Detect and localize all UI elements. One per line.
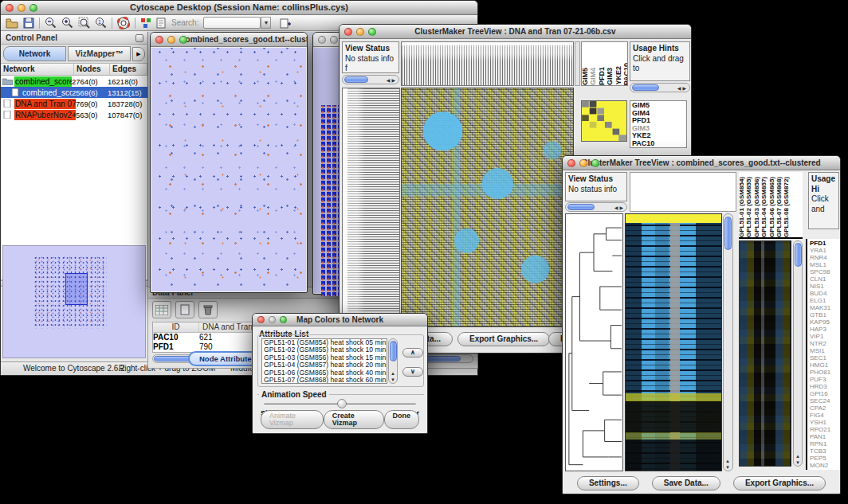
scroll-up-icon[interactable]: ▲ (391, 371, 395, 376)
col-header-network[interactable]: Network (1, 64, 74, 75)
scroll-up-icon[interactable]: ▲ (725, 459, 730, 463)
column-label[interactable]: GPL51-03 (GSM856) (754, 177, 760, 237)
overview-viewport-rect[interactable] (65, 273, 88, 305)
gene-label[interactable]: TCB3 (810, 447, 840, 455)
gene-label[interactable]: MON2 (810, 462, 840, 469)
minimize-button[interactable] (269, 316, 276, 323)
zoom-vscrollbar[interactable]: ▲ ▼ (793, 240, 803, 467)
gene-label[interactable]: KAP95 (810, 318, 840, 326)
zoom-out-icon[interactable] (45, 17, 57, 29)
scroll-arrows-icon[interactable]: ◀▶ (387, 77, 397, 83)
help-icon[interactable] (117, 17, 130, 29)
attribute-item[interactable]: GPL51-07 (GSM868) heat shock 60 min (262, 377, 387, 384)
window-controls[interactable] (344, 28, 376, 36)
col-header-id[interactable]: ID (153, 322, 199, 332)
delete-attribute-icon[interactable] (198, 301, 218, 318)
search-dropdown-arrow[interactable]: ▼ (261, 17, 271, 29)
window-controls[interactable] (257, 316, 287, 323)
minimize-button[interactable] (167, 36, 175, 44)
gene-label[interactable]: SEC24 (810, 397, 840, 404)
gene-label[interactable]: PFD1 (810, 240, 840, 247)
column-label[interactable]: YKE2 (615, 66, 622, 85)
close-button[interactable] (257, 316, 265, 323)
scroll-arrows-icon[interactable]: ◀▶ (677, 85, 688, 91)
treeview1-title-bar[interactable]: ClusterMaker TreeView : DNA and Tran 07-… (340, 25, 691, 39)
scroll-thumb[interactable] (795, 243, 802, 267)
col-header-nodes[interactable]: Nodes (74, 64, 110, 75)
gene-label[interactable]: GTB1 (810, 311, 840, 318)
attribute-select-icon[interactable] (152, 301, 171, 318)
column-label[interactable]: GPL51-04 (GSM857) (761, 177, 768, 237)
gene-label[interactable]: SPC98 (810, 268, 840, 275)
close-button[interactable] (6, 4, 14, 12)
zoom-selected-icon[interactable] (78, 17, 90, 29)
network1-canvas[interactable] (151, 48, 306, 291)
column-label[interactable]: GPL51-06 (GSM865) (769, 177, 775, 237)
scroll-up-icon[interactable]: ▲ (795, 454, 800, 459)
network-overview-panel[interactable] (2, 245, 146, 358)
gene-label[interactable]: HRD3 (810, 383, 840, 390)
search-input[interactable]: ▼ (203, 17, 261, 29)
minimize-button[interactable] (330, 36, 338, 44)
zoom-heatmap[interactable] (581, 100, 627, 142)
window-controls[interactable] (567, 159, 599, 167)
column-label[interactable]: GIM4 (590, 68, 597, 85)
zoom-button[interactable] (29, 4, 37, 12)
vizmapper-icon[interactable] (140, 18, 151, 29)
gene-label[interactable]: HMG1 (810, 361, 840, 369)
create-vizmap-button[interactable]: Create Vizmap (324, 410, 384, 429)
animate-vizmap-button[interactable]: Animate Vizmap (261, 410, 324, 429)
zoom-in-icon[interactable] (61, 17, 73, 29)
zoom-fit-icon[interactable]: 1 (95, 17, 107, 29)
tab-network[interactable]: Network (3, 46, 66, 61)
column-label[interactable]: PAC10 (623, 63, 628, 85)
new-attribute-icon[interactable] (175, 301, 194, 318)
annotation-icon[interactable] (156, 18, 167, 29)
scroll-thumb[interactable] (724, 217, 732, 250)
gene-label[interactable]: GPI16 (810, 390, 840, 397)
gene-label[interactable]: YSH1 (810, 419, 840, 426)
minimize-button[interactable] (18, 4, 26, 12)
gene-dendrogram[interactable] (565, 213, 623, 471)
tab-overflow-arrow[interactable]: ▶ (132, 47, 145, 61)
tab-vizmapper[interactable]: VizMapper™ (68, 46, 131, 61)
attribute-list-vscrollbar[interactable]: ▲ ▼ (388, 338, 398, 384)
network-row-dna-tran[interactable]: DNA and Tran 07 769(0) 183728(0) (1, 98, 147, 109)
zoom-button[interactable] (368, 28, 376, 36)
status-hscrollbar[interactable]: ◀▶ (342, 75, 399, 84)
close-button[interactable] (155, 36, 163, 44)
gene-label[interactable]: PEP5 (810, 455, 840, 462)
heatmap-vscrollbar[interactable]: ▲ ▼ (723, 213, 733, 471)
save-data-button[interactable]: Save Data... (652, 476, 720, 490)
gene-label[interactable]: PHO81 (810, 369, 840, 376)
scroll-thumb[interactable] (390, 341, 397, 361)
scroll-thumb[interactable] (567, 204, 595, 210)
network-row-combined-sco-selected[interactable]: combined_sco 2569(6) 13112(15) (1, 87, 147, 98)
scroll-down-icon[interactable]: ▼ (795, 460, 800, 465)
gene-label[interactable]: MSI1 (810, 347, 840, 354)
network-row-rnapubernov2[interactable]: RNAPuberNov2+ 563(0) 107847(0) (1, 109, 147, 120)
column-label[interactable]: GPL51-02 (GSM855) (746, 177, 752, 237)
gene-label[interactable]: NTR2 (810, 340, 840, 347)
settings-button[interactable]: Settings... (577, 476, 639, 490)
main-title-bar[interactable]: Cytoscape Desktop (Session Name: collins… (1, 1, 477, 15)
status-hscrollbar[interactable]: ◀▶ (565, 202, 627, 212)
export-graphics-button[interactable]: Export Graphics... (733, 476, 826, 490)
slider-thumb[interactable] (337, 399, 347, 408)
col-header-edges[interactable]: Edges (110, 64, 147, 75)
dialog-title-bar[interactable]: Map Colors to Network (253, 314, 427, 326)
gene-label[interactable]: YRA1 (810, 247, 840, 254)
new-document-icon[interactable] (280, 18, 291, 29)
global-heatmap[interactable] (625, 213, 722, 471)
scroll-thumb[interactable] (632, 84, 659, 91)
zoom-button[interactable] (591, 159, 599, 167)
zoom-button[interactable] (179, 36, 187, 44)
column-label[interactable]: GIM3 (607, 68, 614, 85)
network1-title-bar[interactable]: combined_scores_good.txt--cluste... (151, 33, 307, 47)
gene-label[interactable]: SEC1 (810, 354, 840, 361)
scroll-down-icon[interactable]: ▼ (391, 377, 395, 382)
column-label[interactable]: GPL51-01 (GSM854) (739, 177, 745, 237)
gene-label[interactable]: FIG4 (810, 412, 840, 419)
gene-label[interactable]: PAN1 (810, 433, 840, 440)
treeview2-title-bar[interactable]: ClusterMaker TreeView : combined_scores_… (563, 156, 840, 170)
